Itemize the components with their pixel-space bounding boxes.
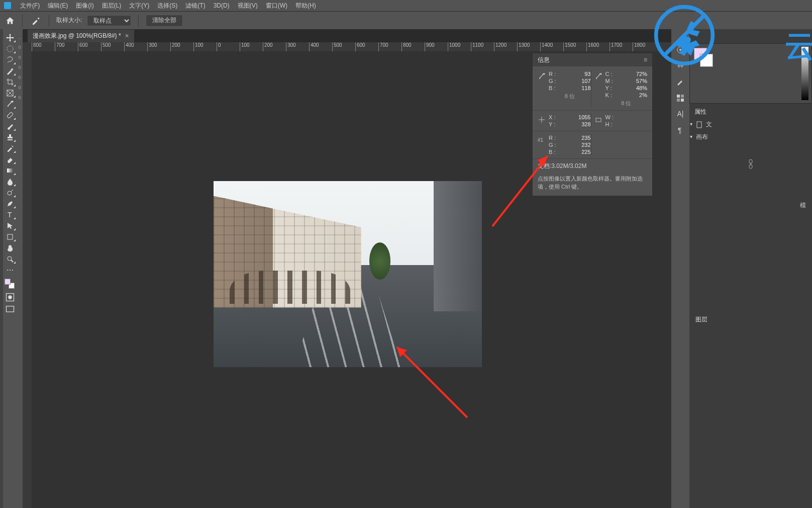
panel-menu-icon[interactable]: ≡ <box>644 56 647 63</box>
ruler-tick: 400 <box>124 42 134 51</box>
menu-edit[interactable]: 编辑(E) <box>44 2 72 10</box>
sample1-icon: #1 <box>538 136 546 144</box>
menu-select[interactable]: 选择(S) <box>153 2 181 10</box>
brush-tool[interactable] <box>4 121 16 131</box>
properties-doc-row[interactable]: 文 <box>689 118 812 131</box>
menu-image[interactable]: 图像(I) <box>72 2 97 10</box>
bg-swatch[interactable] <box>700 54 713 67</box>
eyedropper-tool[interactable] <box>4 99 16 109</box>
adjustments-icon[interactable] <box>676 61 685 70</box>
layers-icon[interactable] <box>676 45 685 54</box>
ruler-tick: 1100 <box>471 42 483 51</box>
tool-more[interactable]: ⋯ <box>4 265 16 275</box>
quick-mask-icon[interactable] <box>5 293 15 302</box>
menu-layer[interactable]: 图层(L) <box>98 2 126 10</box>
healing-tool[interactable] <box>4 110 16 120</box>
menu-help[interactable]: 帮助(H) <box>291 2 320 10</box>
eyedropper-cmyk-icon <box>594 72 602 80</box>
svg-rect-17 <box>681 99 684 102</box>
ruler-tick: 1000 <box>448 42 460 51</box>
info-tab[interactable]: 信息 <box>538 56 550 64</box>
ruler-tick: 1300 <box>517 42 530 51</box>
sample-size-label: 取样大小: <box>56 16 82 25</box>
home-icon[interactable] <box>5 16 15 25</box>
ruler-horizontal[interactable]: 8007006005004003002001000100200300400500… <box>32 42 671 51</box>
frame-tool[interactable] <box>4 88 16 98</box>
svg-point-10 <box>8 295 12 299</box>
separator <box>49 15 49 27</box>
history-brush-tool[interactable] <box>4 143 16 153</box>
ruler-tick: 700 <box>378 42 388 51</box>
svg-rect-15 <box>681 95 684 98</box>
color-panel[interactable] <box>689 43 812 104</box>
screen-mode-icon[interactable] <box>5 305 15 314</box>
ruler-tick: 1600 <box>586 42 599 51</box>
type-tool[interactable]: T <box>4 210 16 220</box>
menu-file[interactable]: 文件(F) <box>16 2 44 10</box>
doc-size: 文档:3.02M/3.02M <box>538 162 647 171</box>
properties-canvas-row[interactable]: 画布 <box>689 131 812 143</box>
value-slider[interactable] <box>801 47 808 100</box>
mode-label: 模 <box>800 202 806 209</box>
menu-window[interactable]: 窗口(W) <box>262 2 291 10</box>
svg-rect-3 <box>7 112 13 119</box>
ruler-tick: 200 <box>170 42 180 51</box>
tool-num-col: ..0 00 000 <box>17 29 23 508</box>
eraser-tool[interactable] <box>4 154 16 164</box>
sample-size-select[interactable]: 取样点 <box>87 15 131 26</box>
character-icon[interactable]: A| <box>676 110 685 119</box>
canvas-image[interactable] <box>214 181 482 367</box>
paragraph-icon[interactable]: ¶ <box>676 126 685 135</box>
stamp-tool[interactable] <box>4 132 16 142</box>
menu-3d[interactable]: 3D(D) <box>210 2 234 9</box>
ruler-tick: 1500 <box>563 42 576 51</box>
dodge-tool[interactable] <box>4 188 16 198</box>
close-tab-icon[interactable]: × <box>125 33 129 38</box>
color-swatches[interactable] <box>5 279 16 290</box>
ruler-tick: 300 <box>286 42 296 51</box>
swatches-icon[interactable] <box>676 94 685 103</box>
ruler-tick: 600 <box>355 42 365 51</box>
wand-tool[interactable] <box>4 66 16 76</box>
ruler-tick: 200 <box>263 42 273 51</box>
ruler-tick: 100 <box>240 42 250 51</box>
right-panels: 属性 文 画布 模 图层 <box>689 29 812 508</box>
clear-all-button[interactable]: 清除全部 <box>146 15 183 27</box>
menu-filter[interactable]: 滤镜(T) <box>181 2 209 10</box>
ruler-tick: 300 <box>147 42 157 51</box>
color-sampler-icon[interactable]: ▾ <box>30 16 42 25</box>
separator <box>138 15 139 27</box>
shape-tool[interactable] <box>4 232 16 242</box>
foreground-color[interactable] <box>5 279 11 285</box>
ruler-origin[interactable] <box>23 42 32 51</box>
svg-point-5 <box>8 191 12 195</box>
menu-view[interactable]: 视图(V) <box>234 2 262 10</box>
properties-panel-tab[interactable]: 属性 <box>689 104 812 118</box>
ruler-vertical[interactable] <box>23 51 32 508</box>
menu-type[interactable]: 文字(Y) <box>125 2 153 10</box>
crop-tool[interactable] <box>4 77 16 87</box>
pen-tool[interactable] <box>4 199 16 209</box>
app-icon <box>4 2 11 9</box>
ruler-tick: 800 <box>32 42 42 51</box>
zoom-tool[interactable] <box>4 254 16 264</box>
link-icon[interactable] <box>746 158 755 170</box>
lasso-tool[interactable] <box>4 55 16 65</box>
gradient-tool[interactable] <box>4 165 16 176</box>
document-tab-bar: 漫画效果.jpg @ 100%(RGB/8#) * × <box>23 29 671 42</box>
layers-panel-tab[interactable]: 图层 <box>689 310 812 329</box>
move-tool[interactable] <box>4 33 16 43</box>
document-tab[interactable]: 漫画效果.jpg @ 100%(RGB/8#) * × <box>28 30 134 42</box>
ruler-tick: 600 <box>78 42 88 51</box>
marquee-tool[interactable] <box>4 44 16 54</box>
main-area: T ⋯ ..0 00 000 漫画效果.jpg @ 100%(RGB/8#) *… <box>0 29 812 508</box>
brush-settings-icon[interactable] <box>676 77 685 87</box>
ruler-tick: 500 <box>332 42 342 51</box>
svg-text:T: T <box>8 211 12 219</box>
right-icon-strip: A| ¶ <box>671 29 689 508</box>
svg-point-8 <box>8 257 12 261</box>
path-select-tool[interactable] <box>4 221 16 231</box>
hand-tool[interactable] <box>4 243 16 253</box>
blur-tool[interactable] <box>4 177 16 187</box>
svg-point-13 <box>679 49 681 51</box>
